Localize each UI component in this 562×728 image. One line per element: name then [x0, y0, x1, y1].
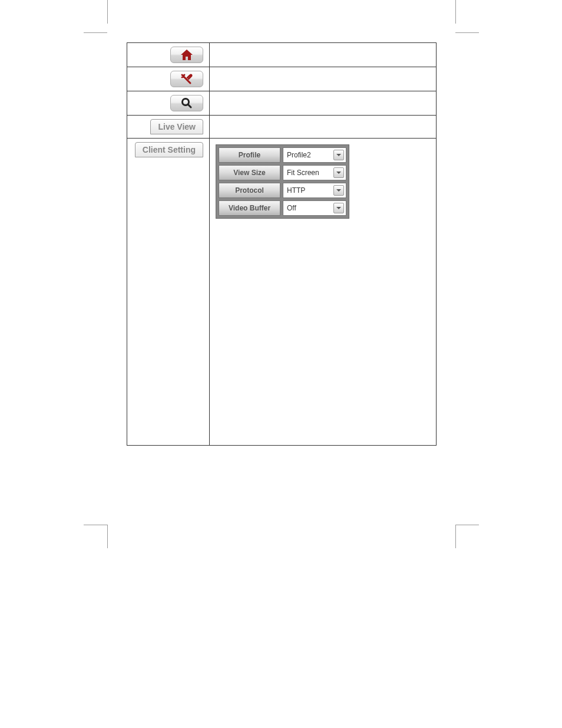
crop-mark — [455, 525, 479, 525]
client-settings-panel: Profile Profile2 View Size Fit Screen — [216, 144, 349, 219]
setting-row-video-buffer: Video Buffer Off — [219, 200, 346, 216]
search-button[interactable] — [170, 95, 203, 111]
protocol-dropdown[interactable]: HTTP — [283, 183, 346, 198]
svg-point-0 — [190, 74, 193, 77]
home-button[interactable] — [170, 47, 203, 63]
setting-row-protocol: Protocol HTTP — [219, 183, 346, 198]
video-buffer-label: Video Buffer — [219, 200, 280, 216]
profile-label: Profile — [219, 147, 280, 163]
video-buffer-dropdown[interactable]: Off — [283, 200, 346, 216]
live-view-tab[interactable]: Live View — [150, 119, 203, 134]
row-home — [127, 43, 436, 67]
live-view-label: Live View — [158, 122, 196, 131]
search-icon — [180, 97, 193, 109]
profile-value: Profile2 — [283, 151, 333, 159]
setting-row-profile: Profile Profile2 — [219, 147, 346, 163]
view-size-value: Fit Screen — [283, 169, 333, 177]
setting-row-view-size: View Size Fit Screen — [219, 165, 346, 180]
video-buffer-value: Off — [283, 204, 333, 212]
chevron-down-icon — [333, 150, 344, 160]
profile-dropdown[interactable]: Profile2 — [283, 147, 346, 163]
view-size-dropdown[interactable]: Fit Screen — [283, 165, 346, 180]
client-setting-tab[interactable]: Client Setting — [135, 142, 203, 157]
view-size-label: View Size — [219, 165, 280, 180]
crop-mark — [84, 525, 107, 525]
main-table: Live View Client Setting Profile Profile… — [127, 42, 437, 446]
protocol-value: HTTP — [283, 186, 333, 195]
tools-button[interactable] — [170, 71, 203, 87]
tools-icon — [180, 73, 193, 85]
chevron-down-icon — [333, 185, 344, 196]
crop-mark — [455, 525, 456, 548]
row-search — [127, 91, 436, 116]
crop-mark — [455, 0, 456, 24]
home-icon — [180, 49, 193, 61]
chevron-down-icon — [333, 203, 344, 213]
protocol-label: Protocol — [219, 183, 280, 198]
client-setting-label: Client Setting — [143, 145, 196, 154]
crop-mark — [107, 0, 108, 24]
crop-mark — [107, 525, 108, 548]
row-live-view: Live View — [127, 116, 436, 139]
row-tools — [127, 67, 436, 91]
chevron-down-icon — [333, 167, 344, 178]
crop-mark — [455, 32, 479, 33]
crop-mark — [84, 32, 107, 33]
row-client-setting: Client Setting Profile Profile2 View Siz… — [127, 139, 436, 445]
